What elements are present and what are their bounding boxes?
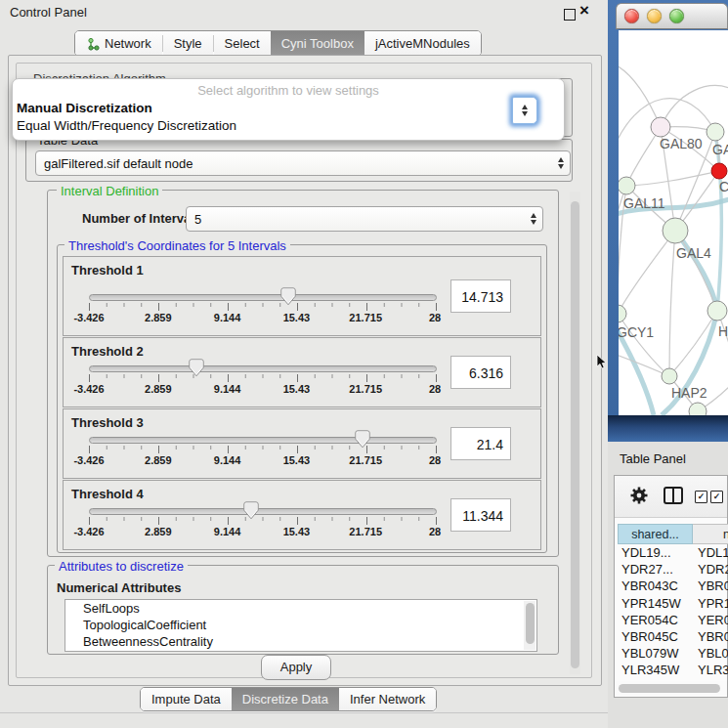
table-row[interactable]: YDR27...YDR2 [618, 561, 728, 578]
attribute-item[interactable]: TopologicalCoefficient [65, 617, 536, 633]
select-columns-icon[interactable]: ✓ ✓ [695, 491, 723, 503]
table-row[interactable]: YDL19...YDL1 [618, 544, 728, 561]
network-edge[interactable] [675, 231, 717, 311]
cell-name: YDR2 [698, 561, 728, 578]
network-edge[interactable] [619, 64, 661, 127]
tick-label: 21.715 [349, 454, 382, 466]
columns-icon[interactable] [664, 487, 683, 504]
slider-thumb[interactable] [355, 430, 370, 449]
network-node-red-node[interactable] [711, 163, 727, 179]
column-header-shared-name[interactable]: shared... [618, 524, 693, 544]
tab-label: jActiveMNodules [375, 36, 470, 51]
network-window-titlebar[interactable] [616, 3, 728, 29]
threshold-value-field[interactable]: 21.4 [450, 427, 511, 460]
top-tab-bar: NetworkStyleSelectCyni ToolboxjActiveMNo… [74, 30, 482, 57]
table-row[interactable]: YLR345WYLR3 [618, 662, 728, 678]
network-edge[interactable] [626, 171, 719, 186]
number-of-intervals-value: 5 [194, 212, 525, 227]
threshold-label: Threshold 4 [71, 487, 144, 501]
tick-label: 15.43 [283, 383, 311, 395]
algorithm-combo-stepper[interactable] [512, 97, 537, 124]
tab-label: Cyni Toolbox [281, 36, 354, 51]
table-row[interactable]: YER054CYER0 [618, 612, 728, 628]
slider-track[interactable] [89, 365, 437, 372]
control-panel: Control Panel × NetworkStyleSelectCyni T… [0, 0, 608, 728]
node-label: GAL80 [660, 136, 703, 151]
slider-major-ticks [89, 517, 437, 525]
threshold-label: Threshold 1 [71, 263, 144, 278]
cell-name: YBR0 [698, 628, 728, 645]
slider-thumb[interactable] [280, 287, 296, 306]
tick-label: 2.859 [145, 383, 172, 395]
threshold-value-field[interactable]: 11.344 [450, 498, 511, 532]
tab-jactivemnodules[interactable]: jActiveMNodules [364, 31, 481, 56]
tab-impute-data[interactable]: Impute Data [141, 688, 232, 710]
network-edge[interactable] [669, 231, 675, 376]
network-node-GA[interactable] [707, 123, 724, 141]
table-hscrollbar-thumb[interactable] [619, 684, 720, 693]
cell-name: YLR3 [698, 662, 728, 678]
tick-label: -3.426 [73, 526, 104, 537]
network-node-GAL11[interactable] [619, 177, 635, 194]
threshold-value-field[interactable]: 6.316 [450, 356, 511, 389]
list-scrollbar-thumb[interactable] [526, 603, 535, 644]
float-window-icon[interactable] [564, 9, 576, 21]
tab-style[interactable]: Style [163, 31, 213, 56]
table-row[interactable]: YBL079WYBL0 [618, 645, 728, 662]
table-row[interactable]: YPR145WYPR1 [618, 595, 728, 612]
cell-shared-name: YBR045C [621, 628, 678, 645]
numerical-attributes-list[interactable]: SelfLoopsTopologicalCoefficientBetweenne… [64, 599, 537, 652]
network-edge[interactable] [619, 353, 669, 376]
column-header-name[interactable]: n [693, 524, 728, 544]
minimize-traffic-light[interactable] [647, 9, 662, 23]
attribute-item[interactable]: SelfLoops [65, 600, 536, 617]
panel-scrollbar[interactable] [570, 192, 580, 674]
threshold-label: Threshold 3 [71, 415, 144, 430]
node-label: GAL4 [676, 245, 711, 261]
zoom-traffic-light[interactable] [669, 9, 684, 23]
slider-thumb[interactable] [189, 359, 204, 377]
network-node-H[interactable] [707, 301, 727, 321]
algorithm-option-manual[interactable]: Manual Discretization [17, 101, 152, 115]
tick-label: 2.859 [145, 312, 172, 323]
table-panel-title: Table Panel [620, 451, 686, 466]
close-icon[interactable]: × [579, 1, 589, 21]
table-data-combobox[interactable]: galFiltered.sif default node [35, 150, 571, 176]
network-canvas[interactable]: GAL80GACGAL11GAL4GCY1HHAP2 [619, 30, 728, 415]
network-node-GAL4[interactable] [663, 218, 688, 243]
threshold-value-field[interactable]: 14.713 [450, 279, 511, 313]
list-scrollbar[interactable] [524, 601, 535, 650]
algorithm-option-equal-width[interactable]: Equal Width/Frequency Discretization [17, 118, 236, 133]
apply-button[interactable]: Apply [261, 655, 331, 680]
tab-network[interactable]: Network [75, 31, 162, 56]
slider-track[interactable] [89, 294, 437, 301]
tab-select[interactable]: Select [214, 31, 271, 56]
network-edge[interactable] [619, 231, 675, 314]
panel-scrollbar-thumb[interactable] [571, 201, 579, 668]
attribute-item[interactable]: BetweennessCentrality [65, 633, 536, 650]
number-of-intervals-combobox[interactable]: 5 [186, 206, 543, 232]
tab-discretize-data[interactable]: Discretize Data [232, 688, 339, 710]
network-graph[interactable]: GAL80GACGAL11GAL4GCY1HHAP2 [619, 30, 728, 415]
tick-label: 2.859 [145, 454, 172, 466]
network-node-GCY1[interactable] [619, 305, 626, 322]
table-row[interactable]: YBR043CYBR0 [618, 578, 728, 594]
slider-track[interactable] [89, 508, 437, 515]
tab-cyni-toolbox[interactable]: Cyni Toolbox [271, 31, 364, 56]
tab-label: Impute Data [151, 692, 221, 707]
slider-thumb[interactable] [243, 501, 259, 520]
tab-infer-network[interactable]: Infer Network [339, 688, 436, 710]
threshold-panel-2: Threshold 2-3.4262.8599.14415.4321.71528… [63, 337, 541, 407]
node-label: GAL11 [623, 195, 665, 211]
network-node-edge-node[interactable] [689, 403, 707, 415]
table-hscrollbar[interactable] [615, 681, 727, 695]
close-traffic-light[interactable] [624, 9, 639, 23]
interval-definition-title: Interval Definition [57, 184, 162, 198]
table-row[interactable]: YBR045CYBR0 [618, 628, 728, 645]
network-node-GAL80[interactable] [651, 117, 670, 137]
gear-icon[interactable] [629, 486, 649, 505]
slider-track[interactable] [89, 437, 437, 444]
threshold-panel-1: Threshold 1-3.4262.8599.14415.4321.71528… [63, 256, 541, 336]
cell-name: YPR1 [698, 595, 728, 612]
network-node-HAP2[interactable] [662, 368, 677, 384]
